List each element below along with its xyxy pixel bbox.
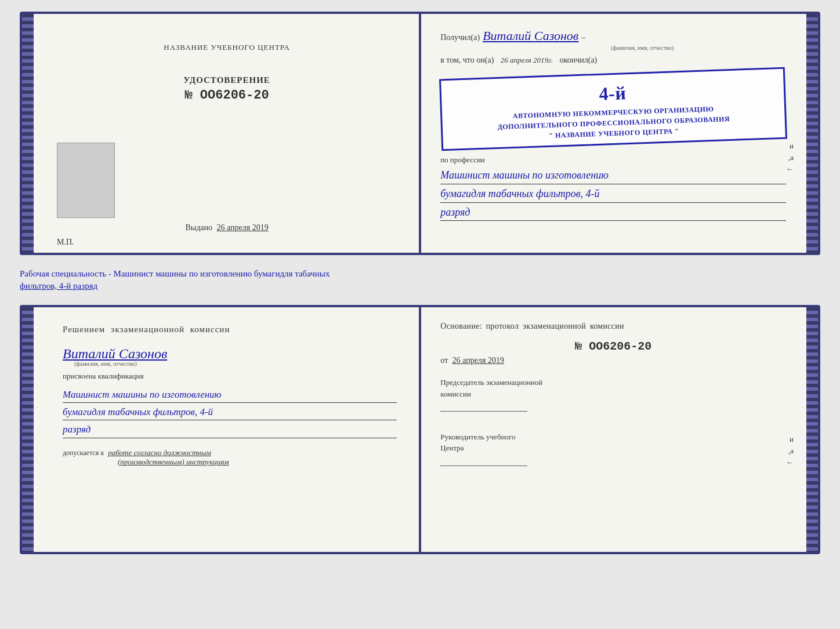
mp-label: М.П. — [57, 238, 74, 247]
top-document: НАЗВАНИЕ УЧЕБНОГО ЦЕНТРА УДОСТОВЕРЕНИЕ №… — [20, 12, 820, 255]
top-doc-left: НАЗВАНИЕ УЧЕБНОГО ЦЕНТРА УДОСТОВЕРЕНИЕ №… — [34, 14, 420, 253]
dopusk-prefix: допускается к — [63, 449, 104, 457]
qual-line1: Машинист машины по изготовлению — [63, 387, 397, 403]
bottom-name-sub: (фамилия, имя, отчество) — [74, 361, 137, 367]
signature-line-2 — [440, 466, 527, 466]
po-professii: по профессии — [440, 155, 786, 165]
rukovoditel-line1: Руководитель учебного — [440, 431, 786, 443]
training-center-label: НАЗВАНИЕ УЧЕБНОГО ЦЕНТРА — [164, 43, 289, 52]
predsedatel-line1: Председатель экзаменационной — [440, 377, 786, 388]
rukovoditel-line2: Центра — [440, 442, 786, 454]
right-texture — [806, 14, 818, 253]
vtom-prefix: в том, что он(а) — [440, 56, 494, 64]
qual-line3: разряд — [63, 421, 397, 438]
ot-prefix: от — [440, 356, 448, 365]
vydano-line: Выдано 26 апреля 2019 — [185, 223, 268, 232]
bottom-side-arrow: ← — [786, 458, 794, 467]
between-line2: фильтров, 4-й разряд — [20, 280, 820, 292]
dopusk-text2: (производственным) инструкциям — [118, 457, 229, 467]
side-i: и — [790, 141, 794, 151]
bottom-doc-left: Решением экзаменационной комиссии Витали… — [34, 307, 420, 552]
dopuskaetsya-line: допускается к работе согласно должностны… — [63, 448, 211, 457]
side-a: ,а — [788, 153, 794, 162]
prisvoena-line: присвоена квалификация — [63, 372, 143, 381]
vydano-date: 26 апреля 2019 — [217, 223, 269, 232]
ot-date-val: 26 апреля 2019 — [452, 356, 504, 365]
prof-line2: бумагидля табачных фильтров, 4-й — [440, 186, 786, 203]
predsedatel-line2: комиссии — [440, 388, 786, 400]
protokol-number: № ОО6206-20 — [440, 340, 786, 353]
vtom-line: в том, что он(а) 26 апреля 2019г. окончи… — [440, 56, 786, 65]
top-doc-right: Получил(а) Виталий Сазонов – (фамилия, и… — [420, 14, 806, 253]
left-texture — [22, 14, 34, 253]
ot-date: от 26 апреля 2019 — [440, 356, 786, 365]
vtom-date: 26 апреля 2019г. — [501, 56, 553, 64]
poluchil-prefix: Получил(а) — [440, 33, 480, 42]
vydano-label: Выдано — [185, 223, 212, 232]
photo-placeholder — [57, 143, 115, 218]
recipient-name: Виталий Сазонов — [483, 28, 578, 43]
poluchil-dash: – — [581, 33, 585, 42]
osnovanie: Основание: протокол экзаменационной коми… — [440, 322, 786, 331]
between-line1: Рабочая специальность - Машинист машины … — [20, 268, 820, 280]
dopusk-text: работе согласно должностным — [108, 448, 211, 457]
rukovoditel-section: Руководитель учебного Центра — [440, 431, 786, 470]
stamp-block: 4-й АВТОНОМНУЮ НЕКОММЕРЧЕСКУЮ ОРГАНИЗАЦИ… — [439, 67, 787, 151]
udostoverenie-number: № ОО6206-20 — [184, 88, 269, 103]
between-text: Рабочая специальность - Машинист машины … — [20, 266, 820, 294]
bottom-doc-right: Основание: протокол экзаменационной коми… — [420, 307, 806, 552]
bottom-document: Решением экзаменационной комиссии Витали… — [20, 305, 820, 554]
prof-line3: разряд — [440, 204, 786, 221]
bottom-name: Виталий Сазонов — [63, 346, 167, 362]
name-line: Виталий Сазонов (фамилия, имя, отчество) — [63, 346, 167, 367]
chairman-section: Председатель экзаменационной комиссии — [440, 377, 786, 415]
prof-line1: Машинист машины по изготовлению — [440, 167, 786, 184]
udostoverenie-label: УДОСТОВЕРЕНИЕ — [183, 75, 270, 85]
side-arrow: ← — [786, 165, 794, 174]
bottom-side-a: ,а — [788, 446, 794, 456]
signature-line-1 — [440, 411, 527, 412]
okonchil: окончил(а) — [560, 56, 598, 64]
poluchil-line: Получил(а) Виталий Сазонов – — [440, 28, 786, 43]
bottom-side-i: и — [790, 435, 794, 444]
komissia-title: Решением экзаменационной комиссии — [63, 325, 230, 335]
bottom-right-texture — [806, 307, 818, 552]
name-sublabel: (фамилия, имя, отчество) — [498, 45, 786, 51]
qual-line2: бумагидля табачных фильтров, 4-й — [63, 404, 397, 420]
bottom-left-texture — [22, 307, 34, 552]
